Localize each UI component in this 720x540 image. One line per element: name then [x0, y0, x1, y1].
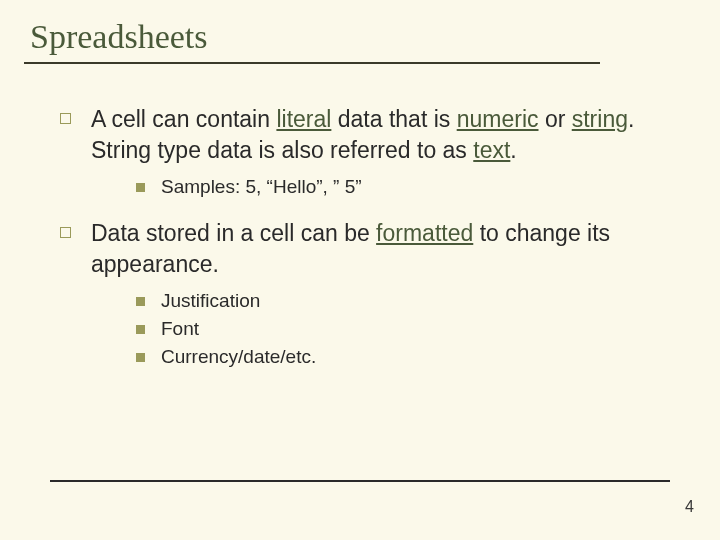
sub-bullet-text: Currency/date/etc. — [161, 346, 316, 368]
bullet-level2: Currency/date/etc. — [136, 346, 650, 368]
bullet-level2: Font — [136, 318, 650, 340]
slide-title: Spreadsheets — [30, 18, 690, 56]
sub-bullet-text: Font — [161, 318, 199, 340]
bullet-level1: A cell can contain literal data that is … — [60, 104, 650, 166]
sub-bullet-group: Justification Font Currency/date/etc. — [60, 290, 650, 368]
page-number: 4 — [685, 498, 694, 516]
sub-bullet-text: Justification — [161, 290, 260, 312]
bullet-level2: Samples: 5, “Hello”, ” 5” — [136, 176, 650, 198]
square-outline-bullet-icon — [60, 113, 71, 124]
square-filled-bullet-icon — [136, 297, 145, 306]
sub-bullet-text: Samples: 5, “Hello”, ” 5” — [161, 176, 362, 198]
sub-bullet-group: Samples: 5, “Hello”, ” 5” — [60, 176, 650, 198]
bullet-text: Data stored in a cell can be formatted t… — [91, 218, 650, 280]
square-filled-bullet-icon — [136, 325, 145, 334]
slide-body: A cell can contain literal data that is … — [30, 104, 690, 368]
bullet-level2: Justification — [136, 290, 650, 312]
bullet-level1: Data stored in a cell can be formatted t… — [60, 218, 650, 280]
footer-divider — [50, 480, 670, 482]
square-filled-bullet-icon — [136, 183, 145, 192]
bullet-text: A cell can contain literal data that is … — [91, 104, 650, 166]
square-filled-bullet-icon — [136, 353, 145, 362]
title-underline — [24, 62, 600, 64]
square-outline-bullet-icon — [60, 227, 71, 238]
